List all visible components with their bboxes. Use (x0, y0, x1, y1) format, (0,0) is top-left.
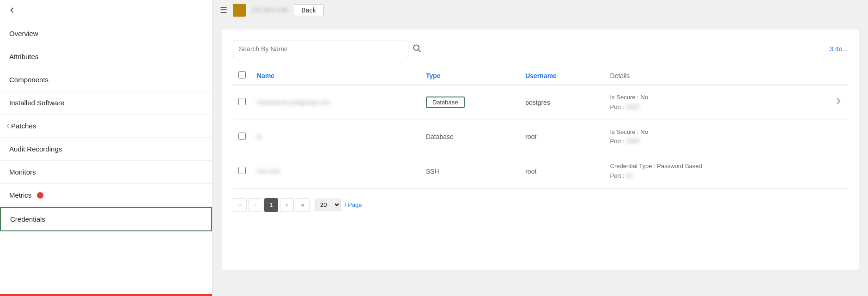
pagination: « ‹ 1 › » 20 50 100 / Page (233, 198, 848, 212)
next-page-button[interactable]: › (280, 198, 294, 212)
back-button[interactable]: Back (294, 4, 324, 16)
prev-page-button[interactable]: ‹ (249, 198, 262, 212)
details-line1-2: Is Secure : No (610, 128, 648, 135)
page-size-select[interactable]: 20 50 100 (315, 199, 341, 211)
sidebar-item-label: Audit Recordings (9, 145, 62, 153)
metrics-error-badge (37, 192, 43, 199)
details-line1-1: Is Secure : No (610, 94, 648, 101)
port-value-3: 22 (626, 172, 632, 179)
search-button[interactable] (412, 43, 421, 55)
sidebar-nav: Overview Attributes Components Installed… (0, 22, 212, 296)
sidebar-item-label: Monitors (9, 168, 36, 176)
credential-arrow-3 (811, 154, 848, 189)
credential-type-cell-2: Database (420, 120, 520, 154)
select-all-header (233, 66, 251, 85)
row-checkbox-2[interactable] (238, 133, 246, 140)
arrow-column-header (811, 66, 848, 85)
details-column-header: Details (605, 66, 811, 85)
sidebar-item-components[interactable]: Components (0, 68, 212, 91)
row-checkbox-cell (233, 120, 251, 154)
row-checkbox-cell (233, 154, 251, 189)
sidebar-item-label: Patches (11, 122, 36, 130)
credential-details-3: Credential Type : Password Based Port : … (605, 154, 811, 189)
credential-username-3: root (520, 154, 604, 189)
credential-type-plain-3: SSH (426, 168, 439, 175)
first-page-button[interactable]: « (233, 198, 247, 212)
host-color-indicator (233, 4, 246, 17)
host-ip-address: 172.18.0.1:00 (251, 6, 288, 13)
sidebar-item-overview[interactable]: Overview (0, 22, 212, 45)
row-checkbox-cell (233, 85, 251, 120)
credential-name-text-3: ssh-cred (257, 168, 280, 175)
details-line1-3: Credential Type : Password Based (610, 163, 702, 169)
items-count: 3 Ite... (830, 45, 848, 53)
details-line2-2: Port : 3306 (610, 138, 640, 145)
credential-type-badge-1: Database (426, 97, 465, 108)
credential-name-3: ssh-cred (251, 154, 420, 189)
row-checkbox-1[interactable] (238, 98, 246, 105)
port-value-1: 5432 (626, 103, 639, 110)
credential-name-2: lb (251, 120, 420, 154)
sidebar-item-credentials[interactable]: Credentials (0, 207, 212, 231)
username-column-header: Username (520, 66, 604, 85)
type-column-header: Type (420, 66, 520, 85)
name-column-header: Name (251, 66, 420, 85)
menu-icon[interactable]: ☰ (220, 5, 227, 15)
last-page-button[interactable]: » (296, 198, 310, 212)
credential-type-cell-3: SSH (420, 154, 520, 189)
sidebar-item-label: Installed Software (9, 99, 64, 107)
sidebar: Overview Attributes Components Installed… (0, 0, 212, 296)
credential-name-1: someserver.postgresql.com (251, 85, 420, 120)
sidebar-item-label: Components (9, 76, 49, 84)
credential-name-text-1: someserver.postgresql.com (257, 99, 330, 106)
sidebar-item-label: Overview (9, 30, 38, 37)
credential-arrow-1[interactable] (811, 85, 848, 120)
content-area: 3 Ite... Name Type Username Details (212, 20, 868, 296)
svg-line-1 (419, 49, 421, 52)
sidebar-item-label: Attributes (9, 53, 38, 60)
sidebar-item-installed-software[interactable]: Installed Software (0, 91, 212, 115)
search-input[interactable] (233, 41, 408, 57)
credential-type-cell-1: Database (420, 85, 520, 120)
credential-username-1: postgres (520, 85, 604, 120)
sidebar-item-audit-recordings[interactable]: Audit Recordings (0, 138, 212, 161)
sidebar-item-label: Metrics (9, 191, 31, 199)
table-row: lb Database root Is Secure : No Port : 3… (233, 120, 848, 154)
search-icon (412, 43, 421, 53)
credentials-card: 3 Ite... Name Type Username Details (222, 30, 859, 270)
sidebar-item-attributes[interactable]: Attributes (0, 45, 212, 68)
sidebar-back-button[interactable] (0, 0, 212, 22)
details-line2-1: Port : 5432 (610, 103, 640, 110)
per-page-label: / Page (345, 201, 362, 208)
select-all-checkbox[interactable] (238, 71, 246, 79)
credential-type-plain-2: Database (426, 133, 454, 140)
details-line2-3: Port : 22 (610, 172, 633, 179)
sidebar-item-label: Credentials (10, 215, 45, 223)
credential-details-1: Is Secure : No Port : 5432 (605, 85, 811, 120)
sidebar-item-monitors[interactable]: Monitors (0, 161, 212, 184)
svg-point-0 (413, 45, 419, 50)
current-page-button[interactable]: 1 (264, 198, 278, 212)
main-content: ☰ 172.18.0.1:00 Back 3 Ite... (212, 0, 868, 296)
credential-details-2: Is Secure : No Port : 3306 (605, 120, 811, 154)
search-bar: 3 Ite... (233, 41, 848, 57)
port-value-2: 3306 (626, 138, 639, 145)
credential-arrow-2 (811, 120, 848, 154)
credential-name-text-2: lb (257, 133, 261, 140)
sidebar-item-patches[interactable]: Patches (0, 115, 212, 138)
table-row: ssh-cred SSH root Credential Type : Pass… (233, 154, 848, 189)
table-row: someserver.postgresql.com Database postg… (233, 85, 848, 120)
sidebar-item-metrics[interactable]: Metrics (0, 184, 212, 207)
credentials-table: Name Type Username Details somes (233, 66, 848, 189)
topbar: ☰ 172.18.0.1:00 Back (212, 0, 868, 20)
credential-username-2: root (520, 120, 604, 154)
row-checkbox-3[interactable] (238, 167, 246, 174)
